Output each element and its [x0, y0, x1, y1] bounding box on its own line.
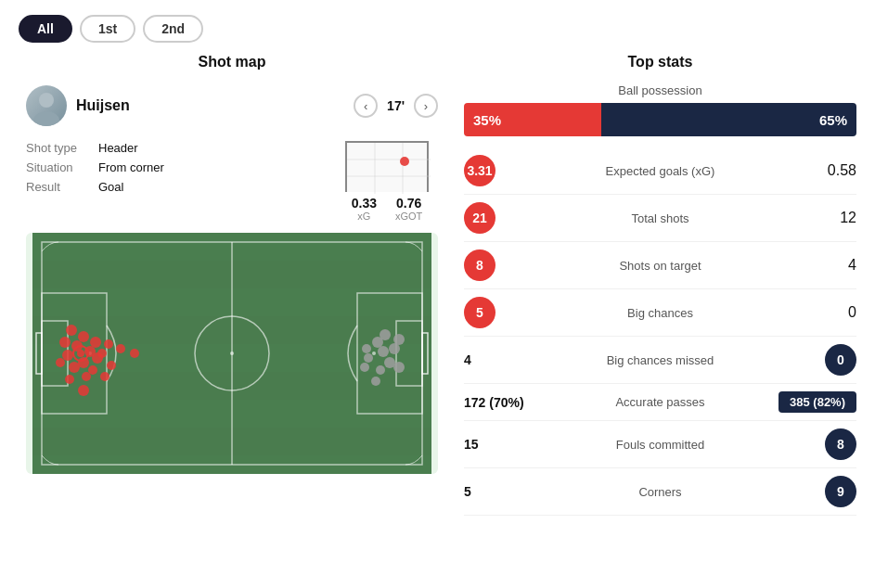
stat-right-value: 0: [848, 304, 856, 321]
stat-row: 3.31 Expected goals (xG) 0.58: [464, 147, 856, 195]
stat-right-cell: 0.58: [773, 162, 856, 179]
stat-left-cell: 8: [464, 249, 547, 281]
stat-left-cell: 5: [464, 297, 547, 328]
svg-point-27: [59, 337, 71, 348]
next-player-button[interactable]: ›: [414, 94, 438, 118]
stat-row: 5 Big chances 0: [464, 289, 856, 337]
stat-left-badge: 8: [464, 249, 495, 281]
shot-minute: 17': [387, 98, 405, 113]
period-1st-button[interactable]: 1st: [80, 15, 135, 43]
stat-right-cell: 385 (82%): [773, 391, 856, 413]
stat-center-label: Fouls committed: [547, 438, 773, 452]
stat-center-label: Big chances: [547, 306, 773, 320]
shot-situation-value: From corner: [98, 160, 164, 174]
shot-type-row: Shot type Header: [26, 141, 317, 155]
svg-point-33: [78, 357, 89, 368]
shot-labels: Shot type Header Situation From corner R…: [26, 141, 317, 199]
svg-point-42: [104, 339, 113, 349]
svg-point-6: [400, 157, 409, 166]
stat-left-value: 4: [464, 352, 538, 367]
svg-point-28: [66, 325, 77, 336]
possession-home: 35%: [464, 103, 601, 136]
svg-point-40: [65, 375, 74, 384]
stat-row: 5 Corners 9: [464, 468, 856, 516]
stat-row: 21 Total shots 12: [464, 195, 856, 242]
period-2nd-button[interactable]: 2nd: [143, 15, 203, 43]
pitch-svg: [26, 233, 438, 474]
stat-right-cell: 0: [773, 304, 856, 321]
stat-center-label: Accurate passes: [547, 395, 773, 409]
stat-left-cell: 21: [464, 202, 547, 234]
top-stats-panel: Top stats Ball possession 35% 65% 3.31 E…: [445, 54, 856, 516]
svg-point-46: [100, 372, 109, 381]
xg-display: 0.33 xG: [352, 196, 377, 222]
possession-away: 65%: [601, 103, 856, 136]
pitch-container: [26, 233, 438, 474]
stat-left-badge: 5: [464, 297, 495, 328]
stat-left-cell: 4: [464, 352, 547, 367]
stat-row: 4 Big chances missed 0: [464, 337, 856, 384]
svg-point-59: [371, 377, 380, 386]
stat-right-cell: 0: [773, 344, 856, 376]
xgot-display: 0.76 xGOT: [395, 196, 422, 222]
stat-center-label: Expected goals (xG): [547, 164, 773, 178]
svg-point-45: [130, 349, 139, 358]
shot-result-value: Goal: [98, 180, 123, 194]
stat-right-cell: 8: [773, 428, 856, 460]
stat-right-badge-wide: 385 (82%): [778, 391, 856, 413]
stat-center-label: Total shots: [547, 211, 773, 225]
stat-right-cell: 9: [773, 476, 856, 507]
svg-point-31: [62, 350, 73, 361]
svg-point-39: [82, 372, 91, 381]
player-avatar: [26, 85, 67, 126]
svg-point-35: [90, 337, 101, 348]
stat-row: 15 Fouls committed 8: [464, 421, 856, 468]
stat-left-badge: 3.31: [464, 155, 495, 186]
prev-player-button[interactable]: ‹: [354, 94, 378, 118]
stat-right-value: 4: [848, 257, 856, 274]
stat-right-value: 12: [840, 210, 856, 226]
stat-left-badge: 21: [464, 202, 495, 234]
shot-result-label: Result: [26, 180, 91, 194]
svg-point-43: [107, 361, 116, 370]
stat-right-badge: 9: [825, 476, 856, 507]
svg-point-58: [360, 363, 369, 372]
shot-situation-row: Situation From corner: [26, 160, 317, 174]
shot-type-label: Shot type: [26, 141, 91, 155]
stat-left-cell: 3.31: [464, 155, 547, 186]
stat-right-cell: 12: [773, 210, 856, 226]
svg-point-0: [39, 93, 54, 108]
svg-point-29: [71, 340, 83, 352]
stat-right-badge: 8: [825, 428, 856, 460]
stat-center-label: Big chances missed: [547, 353, 773, 367]
stat-row: 172 (70%) Accurate passes 385 (82%): [464, 384, 856, 421]
stat-right-value: 0.58: [828, 162, 856, 179]
shot-details: Shot type Header Situation From corner R…: [19, 141, 445, 222]
stat-right-badge: 0: [825, 344, 856, 376]
svg-point-1: [33, 111, 59, 126]
possession-bar: 35% 65%: [464, 103, 856, 136]
shot-situation-label: Situation: [26, 160, 91, 174]
goal-frame: [345, 141, 429, 192]
shot-result-row: Result Goal: [26, 180, 317, 194]
stat-left-cell: 15: [464, 437, 547, 452]
shot-map-panel: Shot map Huijsen ‹ 17' › Shot type: [19, 54, 445, 516]
possession-section: Ball possession 35% 65%: [464, 83, 856, 136]
stat-rows-container: 3.31 Expected goals (xG) 0.58 21 Total s…: [464, 147, 856, 516]
svg-point-57: [362, 344, 371, 353]
stat-center-label: Shots on target: [547, 259, 773, 273]
player-name: Huijsen: [76, 97, 344, 114]
possession-label: Ball possession: [464, 83, 856, 97]
svg-point-41: [56, 358, 65, 367]
player-selector: Huijsen ‹ 17' ›: [19, 85, 445, 126]
shot-map-title: Shot map: [19, 54, 445, 70]
stat-left-cell: 5: [464, 484, 547, 499]
stat-left-cell: 172 (70%): [464, 395, 547, 410]
svg-point-50: [393, 334, 405, 345]
stat-center-label: Corners: [547, 485, 773, 499]
period-all-button[interactable]: All: [19, 15, 72, 43]
period-bar: All 1st 2nd: [0, 0, 875, 54]
svg-point-38: [97, 349, 107, 358]
svg-point-44: [116, 344, 125, 353]
svg-point-24: [372, 352, 376, 355]
